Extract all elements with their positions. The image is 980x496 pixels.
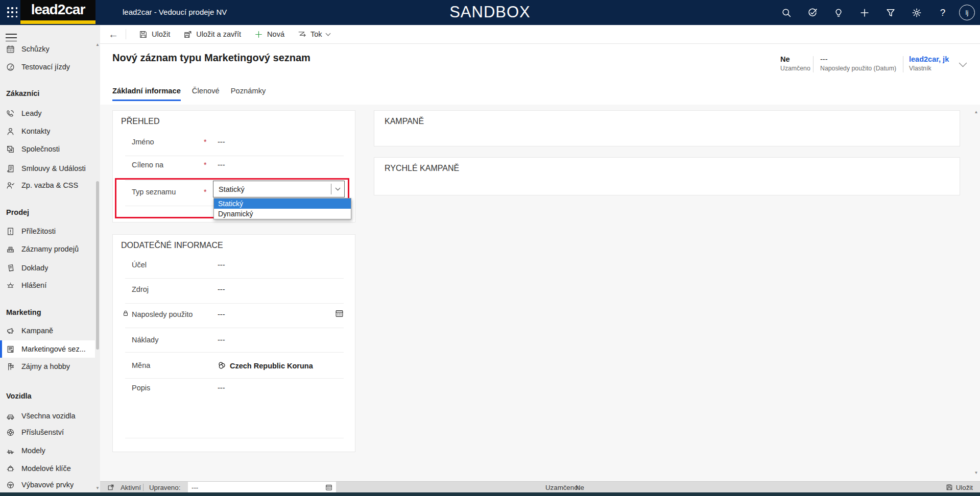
field-value[interactable]: --- [218, 336, 225, 344]
sidebar-group-zakaznici: Zákazníci [6, 88, 93, 98]
sidebar-item-modelove-klice[interactable]: Modelové klíče [0, 460, 95, 477]
app-launcher-icon[interactable] [7, 7, 18, 18]
tire-icon [6, 428, 15, 437]
modified-date-field[interactable]: --- [188, 482, 336, 493]
field-value[interactable]: --- [218, 138, 225, 146]
scroll-up-arrow[interactable]: ▲ [95, 42, 100, 47]
field-value[interactable]: --- [218, 161, 225, 169]
document-alert-icon [6, 227, 15, 236]
select-caret[interactable] [331, 184, 344, 194]
environment-banner: SANDBOX [449, 3, 531, 21]
divider [125, 352, 344, 353]
field-row-ucel: Účel --- [113, 256, 355, 274]
header-field-locked: Ne Uzamčeno [780, 55, 810, 72]
checkmark-circle-icon [807, 8, 818, 18]
sidebar-item-smlouvy-udalosti[interactable]: Smlouvy & Události [0, 160, 95, 177]
header-expand-chevron-icon[interactable] [959, 59, 967, 67]
save-close-icon [183, 30, 192, 39]
app-logo[interactable]: lead2car [20, 0, 95, 24]
save-icon [139, 30, 148, 39]
record-header: Nový záznam typu Marketingový seznam Ne … [100, 44, 980, 105]
sidebar-group-marketing: Marketing [6, 307, 93, 317]
sidebar-item-prilezitosti[interactable]: Příležitosti [0, 222, 95, 240]
contract-icon [6, 164, 15, 173]
insights-button[interactable] [829, 3, 848, 23]
sidebar-item-marketingove-seznamy[interactable]: Marketingové sez... [0, 340, 95, 358]
field-value[interactable]: Czech Republic Koruna [218, 361, 313, 370]
topbar-actions: ? lj [777, 0, 975, 25]
phone-icon [6, 109, 15, 118]
popout-button[interactable] [107, 482, 114, 493]
form-scrollbar[interactable]: ▲ ▼ [972, 105, 980, 481]
field-value[interactable]: --- [218, 261, 225, 269]
sidebar-item-zaznamy-prodeju[interactable]: Záznamy prodejů [0, 240, 95, 258]
flow-button[interactable]: Tok [291, 25, 337, 44]
help-button[interactable]: ? [933, 3, 952, 23]
date-picker-button[interactable] [335, 309, 344, 320]
sidebar-item-kampane[interactable]: Kampaně [0, 322, 95, 339]
divider [903, 56, 903, 72]
section-title: DODATEČNÉ INFORMACE [121, 241, 223, 250]
new-record-button[interactable]: Nová [248, 25, 291, 44]
owner-link[interactable]: lead2car, jk [909, 55, 949, 63]
header-field-last-used: --- Naposledy použito (Datum) [820, 55, 896, 72]
save-and-close-button[interactable]: Uložit a zavřít [177, 25, 248, 44]
scroll-down-arrow[interactable]: ▼ [95, 486, 100, 490]
flags-icon [6, 362, 15, 371]
field-value[interactable]: --- [218, 310, 225, 318]
sidebar-item-vsechna-vozidla[interactable]: Všechna vozidla [0, 407, 95, 425]
company-icon [6, 145, 15, 154]
clipboard-list-icon [6, 345, 15, 354]
sidebar-item-zajmy-a-hobby[interactable]: Zájmy a hobby [0, 358, 95, 375]
scroll-up-arrow[interactable]: ▲ [972, 110, 980, 114]
sidebar-item-modely[interactable]: Modely [0, 442, 95, 459]
person-feedback-icon [6, 181, 15, 190]
sidebar-item-prislusenstvi[interactable]: Příslušenství [0, 424, 95, 441]
sidebar-item-schuzky[interactable]: Schůzky [0, 40, 95, 58]
filter-button[interactable] [881, 3, 900, 23]
top-navigation-bar: lead2car lead2car - Vedoucí prodeje NV S… [0, 0, 980, 25]
field-value[interactable]: --- [218, 384, 225, 392]
settings-button[interactable] [907, 3, 926, 23]
sidebar-item-leady[interactable]: Leady [0, 105, 95, 122]
sidebar-item-zp-vazba-css[interactable]: Zp. vazba & CSS [0, 177, 95, 194]
receipt-icon [6, 264, 15, 272]
footer-save-button[interactable]: Uložit [946, 482, 973, 493]
scroll-down-arrow[interactable]: ▼ [972, 470, 980, 475]
sidebar-scrollbar[interactable]: ▲ ▼ [95, 25, 100, 492]
sidebar-collapse-button[interactable] [6, 31, 17, 40]
tab-clenove[interactable]: Členové [192, 87, 220, 101]
dropdown-option-dynamicky[interactable]: Dynamický [214, 209, 351, 219]
tasks-button[interactable] [803, 3, 822, 23]
gear-icon [912, 8, 922, 18]
calendar-icon [325, 484, 332, 491]
tab-zakladni-informace[interactable]: Základní informace [112, 87, 181, 101]
sidebar-item-vybavove-prvky[interactable]: Výbavové prvky [0, 476, 95, 493]
sidebar-item-testovaci-jizdy[interactable]: Testovací jízdy [0, 58, 95, 76]
search-button[interactable] [777, 3, 796, 23]
save-button[interactable]: Uložit [132, 25, 177, 44]
calendar-icon [6, 45, 15, 54]
sidebar-item-doklady[interactable]: Doklady [0, 259, 95, 277]
divider [143, 484, 144, 491]
sidebar-item-hlaseni[interactable]: Hlášení [0, 277, 95, 294]
back-button[interactable]: ← [108, 29, 118, 39]
page-title: Nový záznam typu Marketingový seznam [112, 52, 310, 64]
user-avatar[interactable]: lj [959, 5, 975, 20]
cash-register-icon [6, 245, 15, 254]
scrollbar-thumb[interactable] [96, 181, 99, 350]
field-row-zdroj: Zdroj --- [113, 281, 355, 298]
section-title: KAMPANĚ [385, 117, 424, 126]
typ-seznamu-select[interactable]: Statický [213, 181, 345, 197]
divider [813, 56, 814, 72]
create-new-button[interactable] [855, 3, 874, 23]
field-value[interactable]: --- [218, 285, 225, 293]
tab-poznamky[interactable]: Poznámky [231, 87, 266, 101]
engine-icon [6, 464, 15, 473]
sidebar-item-spolecnosti[interactable]: Společnosti [0, 140, 95, 158]
flow-icon [298, 30, 306, 39]
dropdown-option-staticky[interactable]: Statický [214, 199, 351, 209]
field-row-popis: Popis --- [113, 379, 355, 396]
sidebar-item-kontakty[interactable]: Kontakty [0, 122, 95, 140]
plus-icon [254, 30, 263, 39]
